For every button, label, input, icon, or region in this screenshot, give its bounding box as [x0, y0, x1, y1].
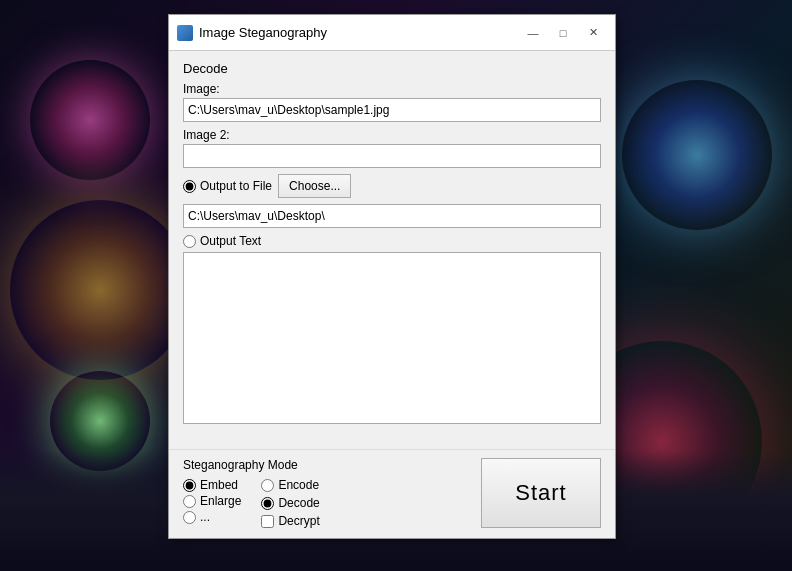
decrypt-option[interactable]: Decrypt	[261, 514, 319, 528]
image-row: Image:	[183, 82, 601, 122]
window-title: Image Steganography	[199, 25, 519, 40]
minimize-button[interactable]: —	[519, 22, 547, 44]
mode-columns: Embed Enlarge ... Encode	[183, 478, 471, 528]
decrypt-checkbox[interactable]	[261, 515, 274, 528]
embed-column: Embed Enlarge ...	[183, 478, 241, 528]
app-icon	[177, 25, 193, 41]
app-window: Image Steganography — □ ✕ Decode Image: …	[168, 14, 616, 539]
firework-3	[622, 80, 772, 230]
embed-option[interactable]: Embed	[183, 478, 241, 492]
output-file-row: Output to File Choose...	[183, 174, 601, 198]
choose-button[interactable]: Choose...	[278, 174, 351, 198]
encode-decode-column: Encode Decode Decrypt	[261, 478, 319, 528]
image2-label: Image 2:	[183, 128, 601, 142]
image-label: Image:	[183, 82, 601, 96]
title-bar-buttons: — □ ✕	[519, 22, 607, 44]
output-text-radio[interactable]	[183, 235, 196, 248]
embed-radio[interactable]	[183, 479, 196, 492]
output-path-row	[183, 204, 601, 228]
output-path-input[interactable]	[183, 204, 601, 228]
image-input[interactable]	[183, 98, 601, 122]
start-button[interactable]: Start	[481, 458, 601, 528]
bottom-section: Steganography Mode Embed Enlarge ...	[169, 449, 615, 538]
decode-option[interactable]: Decode	[261, 496, 319, 510]
output-text-row: Output Text	[183, 234, 601, 248]
steganography-mode-group: Steganography Mode Embed Enlarge ...	[183, 458, 471, 528]
image2-input[interactable]	[183, 144, 601, 168]
title-bar: Image Steganography — □ ✕	[169, 15, 615, 51]
encode-option[interactable]: Encode	[261, 478, 319, 492]
other-radio[interactable]	[183, 511, 196, 524]
output-to-file-radio[interactable]	[183, 180, 196, 193]
output-text-label[interactable]: Output Text	[183, 234, 261, 248]
decode-section-label: Decode	[183, 61, 601, 76]
enlarge-option[interactable]: Enlarge	[183, 494, 241, 508]
firework-2	[10, 200, 190, 380]
image2-row: Image 2:	[183, 128, 601, 168]
maximize-button[interactable]: □	[549, 22, 577, 44]
main-content: Decode Image: Image 2: Output to File Ch…	[169, 51, 615, 441]
output-textarea[interactable]	[183, 252, 601, 424]
encode-radio[interactable]	[261, 479, 274, 492]
close-button[interactable]: ✕	[579, 22, 607, 44]
decode-radio[interactable]	[261, 497, 274, 510]
firework-1	[30, 60, 150, 180]
steg-mode-title: Steganography Mode	[183, 458, 471, 472]
other-option[interactable]: ...	[183, 510, 241, 524]
enlarge-radio[interactable]	[183, 495, 196, 508]
output-to-file-label[interactable]: Output to File	[183, 179, 272, 193]
